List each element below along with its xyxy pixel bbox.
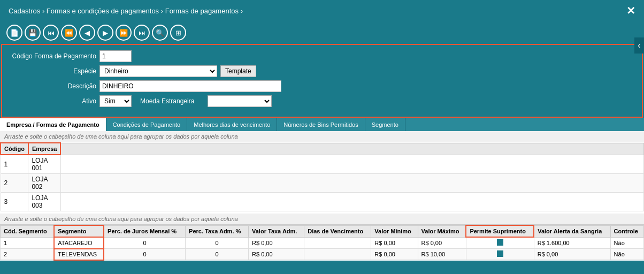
last-button[interactable]: ⏭ [134,25,150,41]
grid-button[interactable]: ⊞ [170,25,186,41]
next-button[interactable]: ▶ [97,25,113,41]
prev-fast-button[interactable]: ⏪ [61,25,77,41]
first-button[interactable]: ⏮ [43,25,59,41]
table-row: 1 ATACAREJO 0 0 R$ 0,00 R$ 0,00 R$ 0,00 … [1,237,644,249]
especie-select[interactable]: Dinheiro Cartão Cheque Boleto [99,65,217,77]
cell-codigo: 2 [1,174,28,193]
cell-empresa: LOJA 002 [28,174,60,193]
breadcrumb: Cadastros › Formas e condições de pagame… [9,7,243,15]
col-codigo-header: Código [1,143,28,155]
new-icon: 📄 [10,29,19,37]
breadcrumb-item-1[interactable]: Cadastros [9,7,40,15]
last-icon: ⏭ [139,29,145,37]
especie-row: Espécie Dinheiro Cartão Cheque Boleto Te… [11,65,633,77]
close-button[interactable]: ✕ [626,4,635,17]
tab-melhores[interactable]: Melhores dias de vencimento [187,118,277,131]
col-empresa-header: Empresa [28,143,60,155]
tab-bins[interactable]: Números de Bins Permitidos [277,118,365,131]
side-arrow-button[interactable]: ‹ [634,37,644,54]
cell-empresa: LOJA 001 [28,155,60,174]
cell-valor-alerta: R$ 0,00 [534,249,610,260]
breadcrumb-item-2[interactable]: Formas e condições de pagamentos [47,7,159,15]
col-permite-suprimento-header: Permite Suprimento [466,225,534,237]
cell-valor-taxa: R$ 0,00 [249,249,304,260]
cell-empty [60,174,643,193]
segmento-table: Cód. Segmento Segmento Perc. de Juros Me… [0,225,644,261]
tab-empresa[interactable]: Empresa / Formas de Pagamento [0,118,106,131]
cell-perc-taxa: 0 [186,249,249,260]
descricao-input[interactable] [99,80,281,92]
checkbox-icon [497,239,503,246]
save-button[interactable]: 💾 [25,25,41,41]
cell-valor-min: R$ 0,00 [371,249,418,260]
save-icon: 💾 [28,29,37,37]
col-dias-venc-header: Dias de Vencimento [304,225,371,237]
checkbox-icon [497,250,503,257]
col-segmento-header: Segmento [54,225,104,237]
template-button[interactable]: Template [220,65,256,77]
next-icon: ▶ [103,29,108,37]
cell-cod-segmento: 1 [1,237,55,249]
cell-dias-venc [304,249,371,260]
table-row: 2 LOJA 002 [1,174,644,193]
cell-valor-min: R$ 0,00 [371,237,418,249]
first-icon: ⏮ [48,29,55,37]
col-controle-header: Controle [610,225,643,237]
codigo-label: Código Forma de Pagamento [11,52,96,60]
cell-perc-juros: 0 [104,237,185,249]
col-perc-taxa-header: Perc. Taxa Adm. % [186,225,249,237]
col-valor-taxa-header: Valor Taxa Adm. [249,225,304,237]
cell-valor-max: R$ 0,00 [418,237,466,249]
search-icon: 🔍 [156,29,164,37]
codigo-row: Código Forma de Pagamento [11,50,633,62]
cell-permite-suprimento [466,249,534,260]
cell-valor-max: R$ 10,00 [418,249,466,260]
cell-codigo: 1 [1,155,28,174]
col-valor-min-header: Valor Mínimo [371,225,418,237]
ativo-label: Ativo [11,97,96,105]
cell-segmento: TELEVENDAS [54,249,104,260]
moeda-select[interactable] [208,95,272,107]
descricao-label: Descrição [11,82,96,90]
drag-hint-2: Arraste e solte o cabeçalho de uma colun… [0,214,644,225]
ativo-row: Ativo Sim Não Moeda Estrangeira [11,95,633,107]
tab-segmento[interactable]: Segmento [365,118,405,131]
grid-icon: ⊞ [175,29,181,37]
breadcrumb-sep: › [161,7,165,15]
codigo-input[interactable] [99,50,132,62]
prev-icon: ◀ [85,29,90,37]
cell-empty [60,155,643,174]
col-empty-header [60,143,643,155]
cell-valor-alerta: R$ 1.600,00 [534,237,610,249]
table-row: 1 LOJA 001 [1,155,644,174]
search-button[interactable]: 🔍 [152,25,168,41]
tab-condicoes[interactable]: Condições de Pagamento [106,118,188,131]
table-row: 2 TELEVENDAS 0 0 R$ 0,00 R$ 0,00 R$ 10,0… [1,249,644,260]
toolbar: 📄 💾 ⏮ ⏪ ◀ ▶ ⏩ ⏭ 🔍 ⊞ [0,21,644,44]
cell-dias-venc [304,237,371,249]
col-perc-juros-header: Perc. de Juros Mensal % [104,225,185,237]
form-area: Código Forma de Pagamento Espécie Dinhei… [1,44,643,118]
cell-empresa: LOJA 003 [28,193,60,211]
ativo-select[interactable]: Sim Não [99,95,132,107]
cell-codigo: 3 [1,193,28,211]
prev-fast-icon: ⏪ [65,29,73,37]
cell-cod-segmento: 2 [1,249,55,260]
breadcrumb-item-3[interactable]: Formas de pagamentos [165,7,239,15]
cell-empty [60,193,643,211]
cell-valor-taxa: R$ 0,00 [249,237,304,249]
descricao-row: Descrição [11,80,633,92]
cell-perc-juros: 0 [104,249,185,260]
next-fast-icon: ⏩ [119,29,128,37]
content-area: Arraste e solte o cabeçalho de uma colun… [0,131,644,261]
prev-button[interactable]: ◀ [79,25,95,41]
col-valor-alerta-header: Valor Alerta da Sangria [534,225,610,237]
col-cod-segmento-header: Cód. Segmento [1,225,55,237]
cell-permite-suprimento [466,237,534,249]
new-button[interactable]: 📄 [6,25,22,41]
cell-controle: Não [610,237,643,249]
col-valor-max-header: Valor Máximo [418,225,466,237]
breadcrumb-sep: › [241,7,243,15]
next-fast-button[interactable]: ⏩ [116,25,132,41]
moeda-label: Moeda Estrangeira [140,97,204,105]
